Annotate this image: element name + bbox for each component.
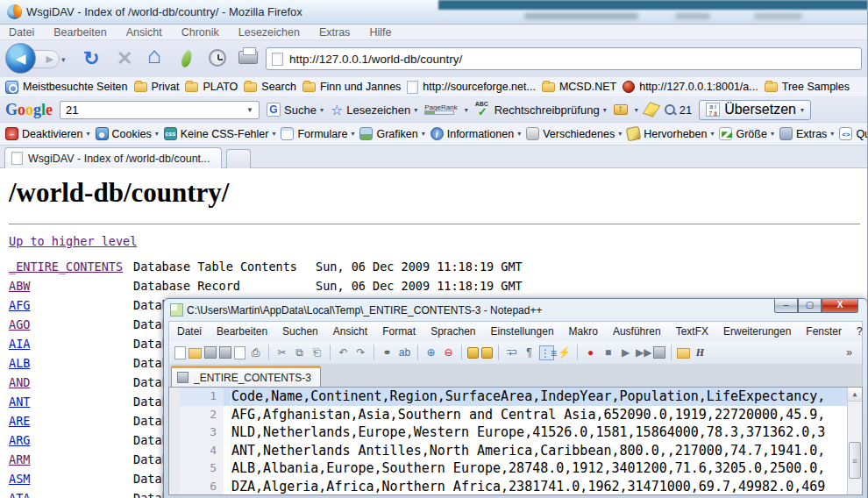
images-menu[interactable]: Grafiken▾ [359, 127, 424, 140]
cookies-menu[interactable]: ☻Cookies▾ [96, 127, 159, 140]
bookmark-folder-plato[interactable]: PLATO [185, 81, 238, 93]
back-button[interactable]: ◀ [5, 43, 36, 74]
entry-link[interactable]: ASM [9, 472, 30, 486]
tools-menu[interactable]: Extras▾ [779, 127, 834, 140]
npp-menu-textfx[interactable]: TextFX [676, 325, 708, 338]
bookmark-margin[interactable] [169, 388, 180, 406]
send-to-icon[interactable] [614, 104, 628, 115]
home-button[interactable]: ⌂ [147, 44, 161, 67]
url-text[interactable]: http://127.0.0.1/world-db/country/ [289, 53, 462, 66]
scrollbar-thumb[interactable]: ≡ [849, 442, 861, 479]
notepadpp-titlebar[interactable]: C:\Users\Martin\AppData\Local\Temp\_ENTI… [164, 299, 867, 321]
paste-icon[interactable]: ⎗ [309, 345, 324, 360]
playback-icon[interactable]: ▶ [618, 345, 633, 360]
document-tab[interactable]: _ENTIRE_CONTENTS-3 [171, 366, 321, 387]
entry-link[interactable]: ALB [9, 356, 30, 370]
entry-link[interactable]: AFG [9, 298, 30, 312]
history-dropdown-icon[interactable]: ▾ [61, 55, 66, 64]
cut-icon[interactable]: ✂ [274, 345, 289, 360]
print-icon[interactable]: ⎙ [248, 345, 263, 360]
google-bookmarks-button[interactable]: ☆ Lesezeichen▾ [331, 102, 417, 118]
menu-lesezeichen[interactable]: Lesezeichen [238, 26, 300, 39]
npp-menu-sprachen[interactable]: Sprachen [430, 325, 475, 338]
entry-link[interactable]: _ENTIRE_CONTENTS [9, 260, 123, 274]
npp-menu-help[interactable]: ? [857, 325, 863, 338]
maximize-button[interactable]: ▢ [798, 299, 822, 313]
sync-horizontal-scroll-icon[interactable] [481, 347, 493, 359]
bookmark-margin[interactable] [169, 406, 180, 424]
editor-line[interactable]: 2 AFG,Afghanistan,Asia,Southern and Cent… [169, 406, 862, 424]
word-wrap-icon[interactable]: ⮒ [504, 345, 519, 360]
show-all-characters-icon[interactable]: ¶ [522, 345, 537, 360]
word-find-button[interactable]: 21 [665, 103, 692, 117]
npp-menu-makro[interactable]: Makro [569, 325, 598, 338]
menu-datei[interactable]: Datei [9, 26, 34, 39]
editor-area[interactable]: 1 Code,Name,Continent,Region,SurfaceArea… [168, 387, 863, 495]
redo-icon[interactable]: ↷ [353, 345, 368, 360]
bookmark-margin[interactable] [169, 478, 180, 495]
toolbar-overflow-icon[interactable]: » [842, 345, 857, 360]
bookmark-margin[interactable] [169, 442, 180, 460]
explorer-icon[interactable] [677, 348, 690, 359]
tab-wsgidav[interactable]: WsgiDAV - Index of /world-db/count... [4, 147, 222, 168]
bookmark-folder-tree-samples[interactable]: Tree Samples [765, 81, 850, 93]
npp-menu-fenster[interactable]: Fenster [806, 325, 842, 338]
menu-bearbeiten[interactable]: Bearbeiten [53, 26, 106, 39]
bookmark-folder-mcsd[interactable]: MCSD.NET [542, 81, 616, 93]
miscellaneous-menu[interactable]: Verschiedenes▾ [526, 127, 622, 140]
new-tab-button[interactable] [226, 149, 251, 168]
menu-chronik[interactable]: Chronik [181, 26, 219, 39]
save-copy-icon[interactable] [234, 346, 245, 359]
vertical-scrollbar[interactable]: ▲ ≡ [847, 388, 862, 494]
run-macro-multiple-icon[interactable]: ▶▶ [636, 345, 651, 360]
open-file-icon[interactable] [189, 348, 202, 359]
save-macro-icon[interactable] [653, 346, 665, 359]
save-all-icon[interactable] [219, 346, 231, 359]
menu-extras[interactable]: Extras [319, 26, 350, 39]
bookmark-margin[interactable] [169, 459, 180, 478]
search-history-dropdown-icon[interactable]: ▼ [246, 106, 253, 114]
npp-menu-format[interactable]: Format [382, 325, 416, 338]
view-source-menu[interactable]: <>Quelltext [839, 127, 867, 140]
google-search-button[interactable]: G Suche▾ [267, 103, 324, 117]
bookmark-sourceforge[interactable]: http://sourceforge.net... [407, 81, 536, 94]
npp-menu-ansicht[interactable]: Ansicht [333, 325, 367, 338]
new-file-icon[interactable] [174, 346, 186, 359]
scroll-up-arrow-icon[interactable]: ▲ [848, 388, 862, 402]
bookmark-localhost[interactable]: http://127.0.0.1:8001/a... [623, 81, 758, 93]
print-icon[interactable] [238, 51, 258, 64]
npp-menu-suchen[interactable]: Suchen [282, 325, 318, 338]
forms-menu[interactable]: Formulare▾ [281, 127, 354, 140]
bookmark-most-visited[interactable]: Meistbesuchte Seiten [5, 81, 128, 94]
up-to-higher-level-link[interactable]: Up to higher level [9, 234, 137, 248]
outline-menu[interactable]: Hervorheben▾ [627, 127, 714, 140]
entry-link[interactable]: AND [9, 375, 30, 389]
editor-line[interactable]: 4 ANT,Netherlands Antilles,North America… [169, 442, 862, 460]
zoom-in-icon[interactable]: ⊕ [423, 345, 438, 360]
bookmark-folder-finn[interactable]: Finn und Jannes [302, 81, 401, 93]
entry-link[interactable]: ANT [9, 395, 30, 409]
entry-link[interactable]: ABW [9, 279, 30, 293]
editor-line[interactable]: 6 DZA,Algeria,Africa,Northern Africa,238… [169, 478, 862, 495]
bookmark-folder-search[interactable]: Search [244, 81, 296, 93]
sync-vertical-scroll-icon[interactable] [467, 347, 479, 359]
npp-menu-bearbeiten[interactable]: Bearbeiten [217, 325, 267, 338]
highlighter-icon[interactable] [642, 102, 660, 117]
editor-line[interactable]: 3 NLD,Netherlands,Europe,Western Europe,… [169, 423, 862, 442]
editor-line[interactable]: 5 ALB,Albania,Europe,Southern Europe,287… [169, 459, 862, 478]
feed-reader-icon[interactable] [180, 49, 194, 68]
entry-link[interactable]: AGO [9, 317, 30, 331]
npp-menu-datei[interactable]: Datei [177, 325, 202, 338]
url-bar[interactable]: http://127.0.0.1/world-db/country/ [266, 47, 862, 70]
save-icon[interactable] [204, 346, 217, 359]
npp-menu-erweiterungen[interactable]: Erweiterungen [723, 325, 791, 338]
disable-menu[interactable]: –Deaktivieren▾ [5, 127, 90, 140]
function-completion-icon[interactable]: ⚡ [557, 345, 572, 360]
minimize-button[interactable]: – [774, 299, 798, 313]
send-to-dropdown-icon[interactable]: ▾ [635, 106, 638, 114]
entry-link[interactable]: AIA [9, 337, 30, 351]
find-icon[interactable]: ⚭ [380, 345, 395, 360]
reload-button[interactable]: ↻ [83, 47, 99, 70]
editor-line[interactable]: 1 Code,Name,Continent,Region,SurfaceArea… [169, 388, 862, 406]
entry-link[interactable]: ATA [9, 491, 30, 498]
